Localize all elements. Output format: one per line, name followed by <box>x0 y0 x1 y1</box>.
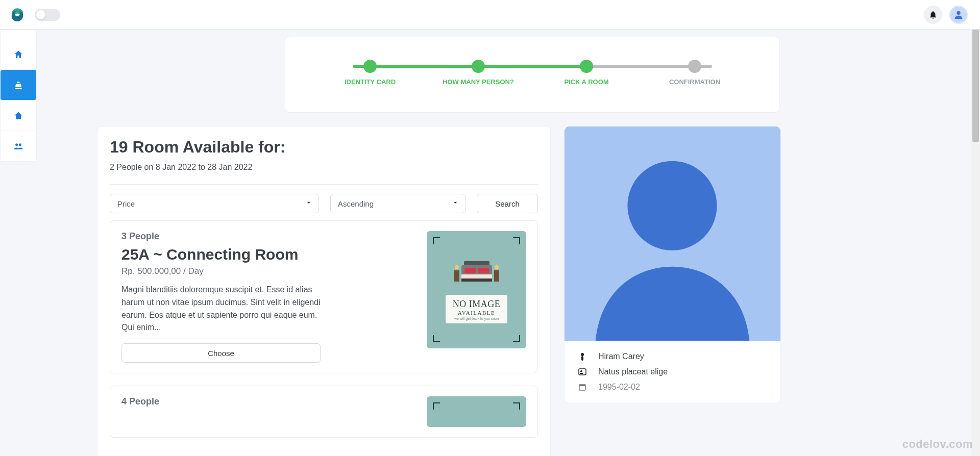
people-icon <box>13 141 24 151</box>
profile-name-row: Hiram Carey <box>578 349 767 364</box>
rooms-title: 19 Room Available for: <box>110 138 538 157</box>
profile-name: Hiram Carey <box>598 352 644 361</box>
profile-job-row: Natus placeat elige <box>578 364 767 379</box>
room-image-placeholder <box>427 396 526 427</box>
app-logo <box>9 7 26 23</box>
step-label: IDENTITY CARD <box>345 78 396 86</box>
id-badge-icon <box>578 368 587 375</box>
svg-point-14 <box>581 353 584 356</box>
choose-room-button[interactable]: Choose <box>121 343 321 363</box>
step-identity-card[interactable]: IDENTITY CARD <box>316 60 424 86</box>
search-button[interactable]: Search <box>477 194 538 213</box>
svg-point-0 <box>957 11 960 14</box>
svg-rect-16 <box>579 369 586 375</box>
available-rooms-card: 19 Room Available for: 2 People on 8 Jan… <box>97 126 551 456</box>
bed-icon <box>451 256 502 287</box>
svg-point-1 <box>15 143 18 146</box>
calendar-icon <box>578 384 587 391</box>
sort-direction-select[interactable]: Ascending <box>330 194 465 213</box>
svg-rect-6 <box>478 268 489 273</box>
rooms-subtitle: 2 People on 8 Jan 2022 to 28 Jan 2022 <box>110 163 538 172</box>
svg-rect-3 <box>464 261 489 265</box>
no-image-label-tiny: we will get back to you soon <box>453 317 501 320</box>
step-label: PICK A ROOM <box>564 78 608 86</box>
filter-row: Price Ascending Search <box>110 194 538 213</box>
sidebar <box>0 30 37 162</box>
step-confirmation[interactable]: CONFIRMATION <box>641 60 749 86</box>
room-card: 4 People <box>110 386 538 438</box>
svg-point-11 <box>455 265 459 269</box>
svg-rect-15 <box>581 356 583 361</box>
svg-rect-7 <box>461 274 492 278</box>
svg-point-12 <box>495 265 499 269</box>
topbar <box>0 0 980 30</box>
house-user-icon <box>13 111 23 121</box>
sidebar-item-home[interactable] <box>1 39 36 70</box>
main-content: IDENTITY CARD HOW MANY PERSON? PICK A RO… <box>37 30 980 456</box>
customer-profile-card: Hiram Carey Natus placeat elige 1995-02-… <box>564 126 781 403</box>
user-avatar-icon <box>953 9 964 20</box>
home-icon <box>13 49 23 60</box>
no-image-label-small: AVAILABLE <box>453 310 501 316</box>
svg-rect-5 <box>464 268 476 273</box>
profile-menu-button[interactable] <box>949 6 968 24</box>
room-capacity: 4 People <box>121 396 414 407</box>
room-capacity: 3 People <box>121 231 414 242</box>
booking-stepper: IDENTITY CARD HOW MANY PERSON? PICK A RO… <box>316 60 749 86</box>
sidebar-item-cashier[interactable] <box>1 70 36 100</box>
theme-toggle[interactable] <box>35 9 60 21</box>
step-label: CONFIRMATION <box>669 78 720 86</box>
profile-birth-row: 1995-02-02 <box>578 379 767 395</box>
no-image-label-big: NO IMAGE <box>453 299 501 310</box>
bell-icon <box>928 10 938 19</box>
watermark: codelov.com <box>902 438 973 451</box>
svg-rect-9 <box>454 270 459 282</box>
step-label: HOW MANY PERSON? <box>443 78 514 86</box>
cash-register-icon <box>13 80 23 90</box>
svg-point-13 <box>627 161 717 250</box>
room-image-placeholder: NO IMAGE AVAILABLE we will get back to y… <box>427 231 526 348</box>
svg-rect-10 <box>494 270 499 282</box>
profile-birthdate: 1995-02-02 <box>598 383 640 392</box>
sort-field-select[interactable]: Price <box>110 194 319 213</box>
user-silhouette-icon <box>565 126 780 341</box>
step-pick-room[interactable]: PICK A ROOM <box>532 60 641 86</box>
profile-avatar <box>565 126 780 341</box>
svg-point-2 <box>19 143 21 146</box>
notifications-button[interactable] <box>924 6 942 24</box>
room-price: Rp. 500.000,00 / Day <box>121 266 414 276</box>
step-how-many[interactable]: HOW MANY PERSON? <box>424 60 532 86</box>
room-name: 25A ~ Connecting Room <box>121 246 414 263</box>
svg-rect-20 <box>579 385 585 386</box>
room-description: Magni blanditiis doloremque suscipit et.… <box>121 284 326 334</box>
room-card: 3 People 25A ~ Connecting Room Rp. 500.0… <box>110 220 538 373</box>
stepper-card: IDENTITY CARD HOW MANY PERSON? PICK A RO… <box>285 37 780 113</box>
svg-rect-18 <box>580 373 583 374</box>
profile-job: Natus placeat elige <box>598 367 668 376</box>
sidebar-item-house[interactable] <box>1 100 36 131</box>
sidebar-item-people[interactable] <box>1 131 36 162</box>
svg-rect-8 <box>461 278 492 282</box>
person-icon <box>578 352 587 361</box>
svg-point-17 <box>580 370 582 372</box>
